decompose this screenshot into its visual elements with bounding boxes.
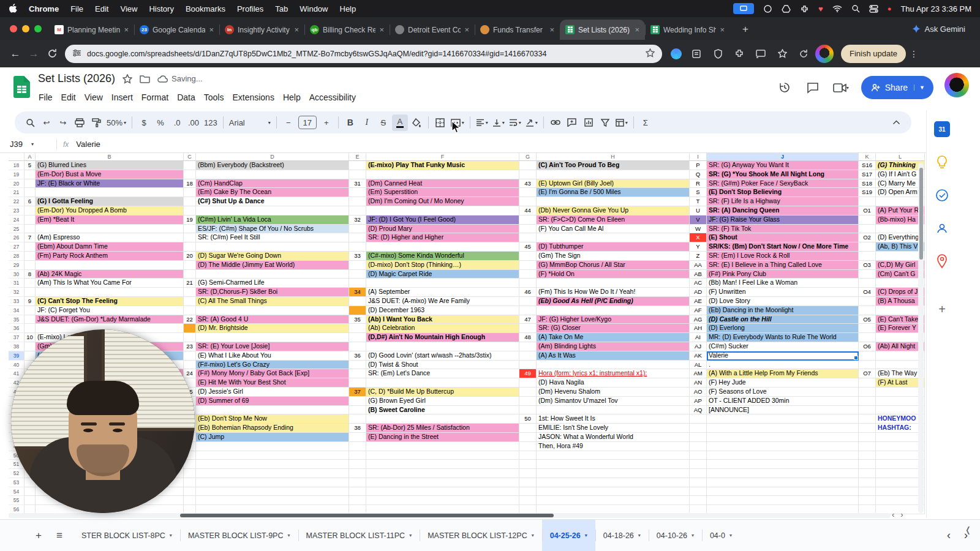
cell-C24[interactable]: 19 — [184, 216, 196, 225]
cell-I49[interactable] — [690, 442, 707, 451]
cell-J24[interactable]: JF: (G) Raise Your Glass — [707, 216, 859, 225]
menubar-item-file[interactable]: File — [70, 4, 83, 13]
cell-F20[interactable]: (Dm) Canned Heat — [366, 179, 519, 189]
cell-C40[interactable] — [184, 361, 196, 370]
cell-G48[interactable] — [519, 433, 537, 442]
col-header-A[interactable]: A — [24, 153, 36, 161]
cell-E35[interactable]: 35 — [349, 315, 366, 324]
row-header-38[interactable]: 38 — [9, 342, 24, 351]
col-header-K[interactable]: K — [859, 153, 876, 161]
cell-K51[interactable] — [859, 460, 876, 469]
cell-F48[interactable]: (E) Dancing in the Street — [366, 433, 519, 442]
cell-A55[interactable] — [24, 496, 36, 505]
doc-title[interactable]: Set Lists (2026) — [38, 72, 115, 85]
hide-menus-icon[interactable] — [888, 114, 904, 131]
cell-I18[interactable]: P — [690, 161, 707, 170]
print-icon[interactable] — [72, 114, 88, 131]
cell-C36[interactable] — [184, 324, 196, 333]
cell-L30[interactable]: (Cm) Can't G — [876, 270, 925, 279]
cell-D35[interactable]: SR: (A) Good 4 U — [196, 315, 349, 324]
paint-format-icon[interactable] — [88, 114, 104, 131]
sheet-tab-caret-icon[interactable]: ▾ — [729, 533, 732, 538]
reload-icon[interactable] — [43, 45, 61, 63]
cell-K42[interactable] — [859, 378, 876, 388]
cell-F21[interactable]: (Em) Superstition — [366, 188, 519, 197]
cell-F25[interactable]: (D) Proud Mary — [366, 225, 519, 234]
cell-H43[interactable]: (Dm) Hevenu Shalom — [537, 388, 690, 397]
sheet-tab-04-0[interactable]: 04-0▾ — [702, 520, 740, 551]
cell-A27[interactable] — [24, 242, 36, 252]
back-icon[interactable]: ← — [6, 45, 24, 63]
cell-J34[interactable]: (Eb) Dancing in the Moonlight — [707, 306, 859, 315]
cell-H30[interactable]: (F) *Hold On — [537, 270, 690, 279]
menubar-item-help[interactable]: Help — [340, 4, 356, 13]
cell-I48[interactable] — [690, 433, 707, 442]
cell-H20[interactable]: (E) Uptown Girl (Billy Joel) — [537, 179, 690, 189]
cell-B31[interactable]: (Am) This Is What You Came For — [36, 279, 184, 288]
cell-K44[interactable] — [859, 397, 876, 406]
cell-G23[interactable]: 44 — [519, 206, 537, 216]
cell-G49[interactable] — [519, 442, 537, 451]
cell-H47[interactable]: EMILIE: Isn't She Lovely — [537, 424, 690, 433]
keep-icon[interactable] — [934, 154, 950, 170]
menu-format[interactable]: Format — [137, 91, 173, 104]
cell-H40[interactable] — [537, 361, 690, 370]
cell-A19[interactable] — [24, 170, 36, 179]
scroll-right-icon[interactable]: › — [900, 510, 903, 519]
cell-J51[interactable] — [707, 460, 859, 469]
cell-G46[interactable]: 50 — [519, 414, 537, 424]
cell-K32[interactable]: O4 — [859, 288, 876, 297]
cell-K37[interactable] — [859, 333, 876, 342]
cell-L20[interactable]: (C) Marry Me — [876, 179, 925, 189]
sync-icon[interactable] — [797, 47, 810, 61]
horizontal-align-icon[interactable]: ▾ — [474, 114, 490, 131]
cell-K23[interactable]: O1 — [859, 206, 876, 216]
cell-D22[interactable]: (C#) Shut Up & Dance — [196, 197, 349, 206]
expand-side-panel-icon[interactable]: ❬ — [965, 525, 971, 534]
cell-D18[interactable]: (Bbm) Everybody (Backstreet) — [196, 161, 349, 170]
cell-K20[interactable]: S18 — [859, 179, 876, 189]
cell-I24[interactable]: V — [690, 216, 707, 225]
cell-K29[interactable]: O3 — [859, 261, 876, 270]
text-rotation-icon[interactable]: ▾ — [524, 114, 540, 131]
cell-L24[interactable]: (Bb-mixo) Ha — [876, 216, 925, 225]
sheet-tab-caret-icon[interactable]: ▾ — [170, 533, 172, 538]
cell-F49[interactable] — [366, 442, 519, 451]
col-header-I[interactable]: I — [690, 153, 707, 161]
cell-D21[interactable]: (Em) Cake By The Ocean — [196, 188, 349, 197]
share-button[interactable]: Share ▼ — [861, 76, 933, 99]
all-sheets-icon[interactable]: ≡ — [49, 525, 70, 546]
cell-A21[interactable] — [24, 188, 36, 197]
row-header-22[interactable]: 22 — [9, 197, 24, 206]
browser-tab[interactable]: Detroit Event Co× — [390, 20, 475, 40]
cell-G39[interactable] — [519, 351, 537, 361]
cell-K25[interactable] — [859, 225, 876, 234]
cell-C52[interactable] — [184, 469, 196, 478]
cell-C33[interactable] — [184, 297, 196, 306]
cell-H32[interactable]: (Fm) This Is How We Do It / Yeah! — [537, 288, 690, 297]
cell-K21[interactable]: S19 — [859, 188, 876, 197]
cell-D48[interactable]: (C) Jump — [196, 433, 349, 442]
cell-G36[interactable] — [519, 324, 537, 333]
cell-H54[interactable] — [537, 487, 690, 497]
tab-close-icon[interactable]: × — [720, 25, 725, 34]
format-currency-button[interactable]: $ — [136, 114, 152, 131]
cell-G29[interactable] — [519, 261, 537, 270]
cell-F37[interactable]: (D,D#) Ain't No Mountain High Enough — [366, 333, 519, 342]
cell-E50[interactable] — [349, 451, 366, 460]
cell-D20[interactable]: (Cm) HandClap — [196, 179, 349, 189]
cell-D40[interactable]: (F#-mixo) Let's Go Crazy — [196, 361, 349, 370]
name-box-caret-icon[interactable]: ▾ — [31, 141, 34, 147]
row-header-34[interactable]: 34 — [9, 306, 24, 315]
cell-H46[interactable]: 1st: How Sweet It Is — [537, 414, 690, 424]
site-settings-icon[interactable] — [72, 49, 81, 59]
cell-D25[interactable]: ES/JF: (C#m) Shape Of You / No Scrubs — [196, 225, 349, 234]
cast-icon[interactable] — [754, 47, 767, 61]
cell-K45[interactable] — [859, 406, 876, 415]
increase-decimals-button[interactable]: .00 — [186, 114, 202, 131]
cell-J36[interactable]: (D) Everlong — [707, 324, 859, 333]
version-history-icon[interactable] — [777, 80, 793, 96]
cell-E38[interactable] — [349, 342, 366, 351]
cell-F43[interactable]: (C, D) *Build Me Up Buttercup — [366, 388, 519, 397]
cell-B29[interactable] — [36, 261, 184, 270]
